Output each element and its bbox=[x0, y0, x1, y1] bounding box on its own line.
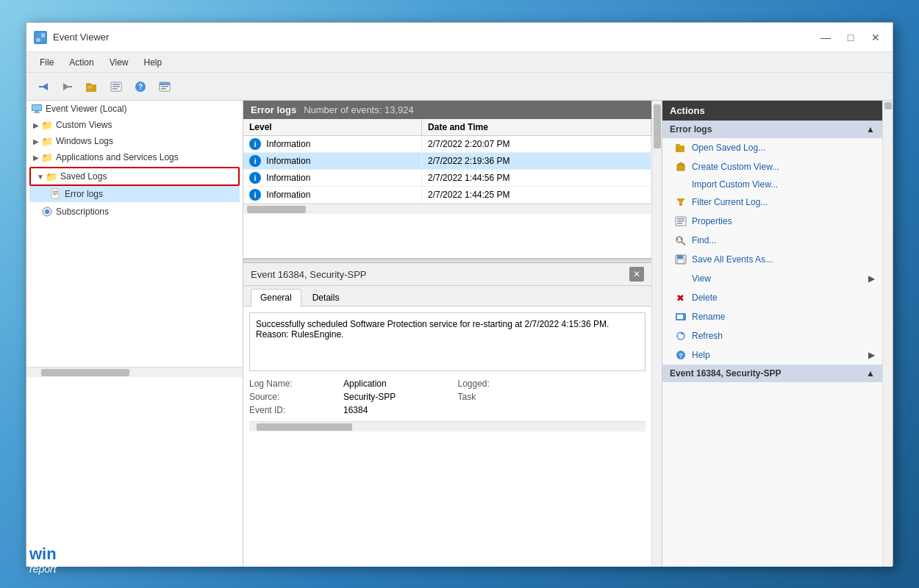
tree-hscrollbar[interactable] bbox=[26, 367, 243, 377]
filter-button[interactable] bbox=[154, 76, 176, 97]
tree-root[interactable]: Event Viewer (Local) bbox=[26, 101, 243, 117]
content-panel: Error logs Number of events: 13,924 Leve… bbox=[243, 101, 651, 567]
open-log-button[interactable] bbox=[81, 76, 103, 97]
action-open-saved-log[interactable]: Open Saved Log... bbox=[662, 138, 882, 157]
tab-details[interactable]: Details bbox=[303, 289, 349, 306]
actions-section-title-1: Error logs bbox=[670, 124, 712, 135]
svg-rect-24 bbox=[35, 111, 39, 112]
actions-vscrollbar[interactable] bbox=[882, 101, 893, 567]
folder-icon-app-services: 📁 bbox=[41, 151, 53, 163]
table-row[interactable]: i Information 2/7/2022 1:44:56 PM bbox=[243, 170, 651, 187]
app-icon bbox=[34, 31, 47, 44]
filter-log-icon bbox=[674, 196, 687, 209]
toggle-app-services[interactable]: ▶ bbox=[31, 152, 41, 162]
tree-item-custom-views[interactable]: ▶ 📁 Custom Views bbox=[26, 117, 243, 133]
content-vscrollbar-thumb[interactable] bbox=[654, 104, 661, 148]
tree-label-subscriptions: Subscriptions bbox=[56, 207, 109, 217]
close-button[interactable]: ✕ bbox=[866, 28, 885, 47]
event-fields: Log Name: Application Logged: Source: Se… bbox=[249, 379, 646, 415]
log-table-hscrollbar[interactable] bbox=[243, 204, 651, 214]
logged-label: Logged: bbox=[458, 379, 532, 389]
svg-rect-14 bbox=[112, 86, 120, 87]
tree-label-windows-logs: Windows Logs bbox=[56, 136, 113, 146]
actions-section-event[interactable]: Event 16384, Security-SPP ▲ bbox=[662, 365, 882, 382]
tab-general[interactable]: General bbox=[251, 289, 301, 306]
svg-rect-15 bbox=[112, 88, 118, 90]
action-delete[interactable]: ✖ Delete bbox=[662, 288, 882, 307]
action-label-help: Help bbox=[692, 350, 710, 360]
table-row[interactable]: i Information 2/7/2022 2:19:36 PM bbox=[243, 153, 651, 170]
folder-icon-saved-logs: 📁 bbox=[46, 171, 57, 182]
action-refresh[interactable]: Refresh bbox=[662, 326, 882, 345]
action-find[interactable]: Find... bbox=[662, 231, 882, 250]
col-level[interactable]: Level bbox=[243, 119, 422, 136]
action-label-find: Find... bbox=[692, 235, 716, 245]
svg-rect-32 bbox=[676, 146, 684, 152]
actions-vscrollbar-thumb[interactable] bbox=[884, 102, 892, 110]
svg-marker-34 bbox=[677, 162, 684, 171]
menu-action[interactable]: Action bbox=[63, 55, 99, 70]
action-properties[interactable]: Properties bbox=[662, 212, 882, 231]
back-button[interactable] bbox=[32, 76, 54, 97]
log-table-hscrollbar-thumb[interactable] bbox=[247, 206, 306, 213]
help-button[interactable]: ? bbox=[129, 76, 151, 97]
svg-rect-46 bbox=[677, 255, 683, 259]
col-date[interactable]: Date and Time bbox=[422, 119, 651, 136]
toggle-custom-views[interactable]: ▶ bbox=[31, 120, 41, 130]
svg-rect-19 bbox=[160, 82, 170, 85]
action-label-save-all-events: Save All Events As... bbox=[692, 254, 773, 265]
svg-rect-11 bbox=[87, 87, 92, 88]
action-import-custom-view[interactable]: Import Custom View... bbox=[662, 176, 882, 193]
row-date-3: 2/7/2022 1:44:25 PM bbox=[422, 187, 651, 204]
action-label-import-custom-view: Import Custom View... bbox=[692, 179, 778, 190]
svg-rect-0 bbox=[36, 33, 40, 37]
tree-item-saved-logs[interactable]: ▼ 📁 Saved Logs bbox=[29, 167, 240, 186]
svg-rect-39 bbox=[677, 220, 684, 222]
tree-hscrollbar-thumb[interactable] bbox=[41, 369, 129, 376]
menu-view[interactable]: View bbox=[104, 55, 135, 70]
event-hscrollbar-thumb[interactable] bbox=[257, 423, 352, 431]
action-save-all-events[interactable]: Save All Events As... bbox=[662, 250, 882, 269]
tree-item-windows-logs[interactable]: ▶ 📁 Windows Logs bbox=[26, 133, 243, 149]
log-table[interactable]: Level Date and Time i Information 2/7/20… bbox=[243, 119, 651, 259]
action-label-properties: Properties bbox=[692, 216, 732, 226]
svg-marker-36 bbox=[676, 198, 685, 206]
forward-button[interactable] bbox=[57, 76, 79, 97]
content-vscrollbar[interactable] bbox=[651, 101, 662, 567]
menu-help[interactable]: Help bbox=[138, 55, 168, 70]
svg-text:?: ? bbox=[138, 83, 143, 91]
action-rename[interactable]: Rename bbox=[662, 307, 882, 326]
event-hscrollbar[interactable] bbox=[249, 421, 646, 431]
file-icon-error-logs bbox=[50, 188, 62, 200]
tree-item-subscriptions[interactable]: Subscriptions bbox=[26, 204, 243, 220]
title-bar: Event Viewer — □ ✕ bbox=[26, 23, 893, 52]
tree-item-error-logs[interactable]: Error logs bbox=[29, 186, 240, 202]
svg-rect-7 bbox=[66, 86, 72, 87]
actions-section-error-logs[interactable]: Error logs ▲ bbox=[662, 121, 882, 138]
tree-item-app-services[interactable]: ▶ 📁 Applications and Services Logs bbox=[26, 149, 243, 165]
minimize-button[interactable]: — bbox=[816, 28, 835, 47]
action-filter-log[interactable]: Filter Current Log... bbox=[662, 193, 882, 212]
delete-icon: ✖ bbox=[674, 291, 687, 304]
refresh-icon bbox=[674, 329, 687, 343]
table-row[interactable]: i Information 2/7/2022 1:44:25 PM bbox=[243, 187, 651, 204]
help-action-icon: ? bbox=[674, 348, 687, 362]
row-date-2: 2/7/2022 1:44:56 PM bbox=[422, 170, 651, 187]
log-count: Number of events: 13,924 bbox=[304, 104, 414, 115]
action-view[interactable]: View ▶ bbox=[662, 269, 882, 288]
event-message: Successfully scheduled Software Protecti… bbox=[249, 312, 646, 371]
maximize-button[interactable]: □ bbox=[841, 28, 860, 47]
toggle-windows-logs[interactable]: ▶ bbox=[31, 136, 41, 146]
menu-file[interactable]: File bbox=[34, 55, 60, 70]
open-saved-log-icon bbox=[674, 141, 687, 154]
main-area: Event Viewer (Local) ▶ 📁 Custom Views ▶ … bbox=[26, 101, 893, 567]
toggle-saved-logs[interactable]: ▼ bbox=[35, 171, 46, 182]
properties-button[interactable] bbox=[105, 76, 127, 97]
tree-saved-logs-wrapper: ▼ 📁 Saved Logs Error logs bbox=[26, 165, 243, 204]
action-help[interactable]: ? Help ▶ bbox=[662, 345, 882, 365]
window-title: Event Viewer bbox=[53, 32, 816, 43]
event-close-button[interactable]: ✕ bbox=[629, 267, 644, 282]
action-label-create-custom-view: Create Custom View... bbox=[692, 162, 779, 172]
action-create-custom-view[interactable]: Create Custom View... bbox=[662, 157, 882, 176]
table-row[interactable]: i Information 2/7/2022 2:20:07 PM bbox=[243, 136, 651, 153]
